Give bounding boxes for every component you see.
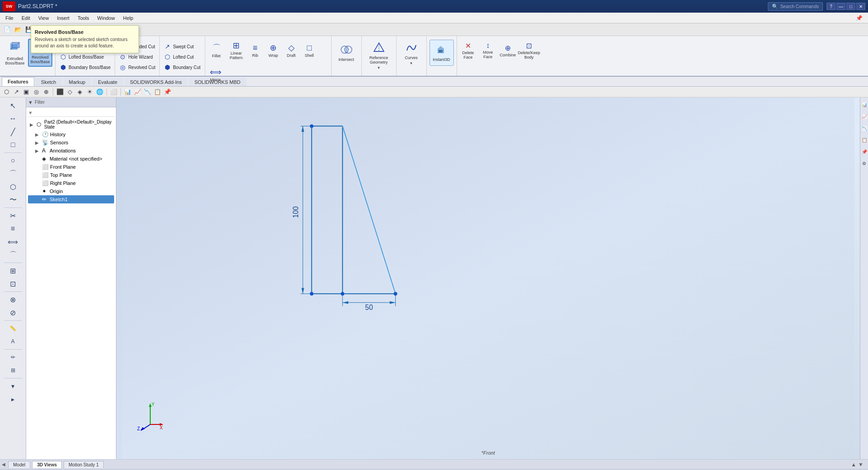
relations-tool[interactable]: ⊗ [3,293,23,306]
construction-geometry[interactable]: ⊡ [3,277,23,290]
curves-dropdown-icon[interactable]: ▼ [410,61,413,65]
tree-sketch1[interactable]: ✏ Sketch1 [28,195,114,203]
solidworks-icon1[interactable]: 📊 [123,88,132,97]
view-disp-icon[interactable]: ▣ [22,88,31,97]
titlebar-controls[interactable]: ? — □ ✕ [826,3,865,10]
revolved-cut-btn[interactable]: ◎ Revolved Cut [116,62,158,72]
view-scene-icon[interactable]: 🌐 [95,88,104,97]
tree-front-plane[interactable]: ⬜ Front Plane [28,163,114,171]
tree-root[interactable]: ▶ ⬡ Part2 (Default<<Default>_Display Sta… [28,119,114,130]
menu-item-tools[interactable]: Tools [74,14,93,22]
display-delete-rel[interactable]: ⊘ [3,306,23,319]
pin-icon[interactable]: 📌 [856,15,863,21]
tree-top-plane[interactable]: ⬜ Top Plane [28,171,114,179]
solidworks-icon3[interactable]: 📉 [143,88,152,97]
tab-sketch[interactable]: Sketch [35,78,62,86]
fillet-tool[interactable]: ⌒ [3,249,23,261]
boundary-boss-btn[interactable]: ⬢ Boundary Boss/Base [56,62,114,72]
tab-3dviews[interactable]: 3D Views [32,461,62,468]
extruded-boss-btn[interactable]: ExtrudedBoss/Base [3,39,27,68]
linear-pattern-btn[interactable]: ⊞ LinearPattern [227,39,246,62]
bottom-scroll-down[interactable]: ▼ [858,461,863,468]
view-hide-icon[interactable]: ◎ [32,88,41,97]
curves-btn[interactable]: Curves ▼ [399,40,424,67]
help-btn[interactable]: ? [826,3,836,10]
rib-btn[interactable]: ≡ Rib [247,39,264,62]
rp-icon3[interactable]: 📉 [861,123,868,134]
reference-geometry-btn[interactable]: ReferenceGeometry ▼ [365,40,393,72]
rapid-sketch[interactable]: ✏ [3,351,23,364]
tree-right-plane[interactable]: ⬜ Right Plane [28,179,114,187]
mirror-tool[interactable]: ⟺ [3,235,23,248]
shell-btn[interactable]: □ Shell [301,39,318,62]
line-tool[interactable]: ╱ [3,125,23,138]
annotations-expand-icon[interactable]: ▶ [35,148,41,153]
ref-geo-dropdown-icon[interactable]: ▼ [377,66,381,70]
tree-sensors[interactable]: ▶ 📡 Sensors [28,138,114,147]
fillet-btn[interactable]: ⌒ Fillet [207,39,226,62]
bottom-scroll-up[interactable]: ▲ [851,461,856,468]
menu-item-view[interactable]: View [35,14,53,22]
view-lights-icon[interactable]: ☀ [85,88,94,97]
expand-panel-btn[interactable]: ▸ [3,393,23,405]
tab-model[interactable]: Model [8,461,30,468]
intersect-btn[interactable]: Intersect [334,40,359,66]
menu-item-insert[interactable]: Insert [53,14,73,22]
annotation-tool[interactable]: A [3,335,23,348]
open-btn[interactable]: 📂 [14,25,23,34]
rp-icon2[interactable]: 📈 [861,111,868,122]
solidworks-icon2[interactable]: 📈 [133,88,142,97]
rp-icon1[interactable]: 📊 [861,99,868,110]
polygon-tool[interactable]: ⬡ [3,180,23,193]
root-expand-icon[interactable]: ▶ [30,122,35,127]
instant3d-btn[interactable]: 3D Instant3D [429,40,454,66]
rp-icon6[interactable]: ⚙ [861,158,868,169]
tab-markup[interactable]: Markup [63,78,92,86]
boundary-cut-btn[interactable]: ⬢ Boundary Cut [161,62,203,72]
tree-material[interactable]: ◈ Material <not specified> [28,155,114,163]
sensors-expand-icon[interactable]: ▶ [35,140,41,145]
offset-tool[interactable]: ≡ [3,222,23,235]
tree-history[interactable]: ▶ 🕐 History [28,130,114,138]
lofted-boss-btn[interactable]: ⬡ Lofted Boss/Base [56,52,114,62]
menu-item-window[interactable]: Window [94,14,119,22]
arc-tool[interactable]: ⌒ [3,167,23,180]
restore-btn[interactable]: □ [846,3,855,10]
circle-tool[interactable]: ○ [3,154,23,167]
view3d-icon[interactable]: ⬡ [2,88,11,97]
menu-item-help[interactable]: Help [120,14,137,22]
swept-cut-btn[interactable]: ↗ Swept Cut [161,41,203,51]
delete-keep-btn[interactable]: ⊡ Delete/KeepBody [518,39,540,62]
grid-tool[interactable]: ⊞ [3,364,23,377]
wrap-btn[interactable]: ⊕ Wrap [265,39,282,62]
rp-icon5[interactable]: 📌 [861,146,868,157]
smart-dimension[interactable]: ↔ [3,112,23,125]
hole-wizard-btn[interactable]: ⊙ Hole Wizard [116,52,158,62]
view-disp2-icon[interactable]: ⬜ [109,88,118,97]
draft-btn[interactable]: ◇ Draft [283,39,300,62]
mirror-btn[interactable]: ⟺ Mirror [207,63,224,87]
view-cube-icon[interactable]: ⬛ [55,88,65,97]
tab-evaluate[interactable]: Evaluate [92,78,123,86]
spline-tool[interactable]: 〜 [3,194,23,206]
rectangle-tool[interactable]: □ [3,138,23,151]
combine-btn[interactable]: ⊕ Combine [499,39,517,62]
solidworks-icon4[interactable]: 📋 [153,88,162,97]
collapse-panel-btn[interactable]: ▾ [3,380,23,392]
tab-motion-study[interactable]: Motion Study 1 [64,461,104,468]
rp-icon4[interactable]: 📋 [861,134,868,145]
view-appear-icon[interactable]: ◈ [75,88,84,97]
select-tool[interactable]: ↖ [3,99,23,112]
history-expand-icon[interactable]: ▶ [35,132,41,137]
trim-tool[interactable]: ✂ [3,209,23,222]
delete-face-btn[interactable]: ✕ DeleteFace [459,39,478,62]
dimension-tool2[interactable]: 📏 [3,322,23,335]
menu-item-file[interactable]: File [2,14,17,22]
tree-origin[interactable]: ✦ Origin [28,187,114,195]
close-btn[interactable]: ✕ [856,3,865,10]
view-orient-icon[interactable]: ◇ [65,88,74,97]
tree-annotations[interactable]: ▶ A Annotations [28,147,114,155]
view-sect-icon[interactable]: ⊕ [42,88,51,97]
scroll-left-btn[interactable]: ◀ [2,462,6,467]
move-face-btn[interactable]: ↕ MoveFace [479,39,498,62]
